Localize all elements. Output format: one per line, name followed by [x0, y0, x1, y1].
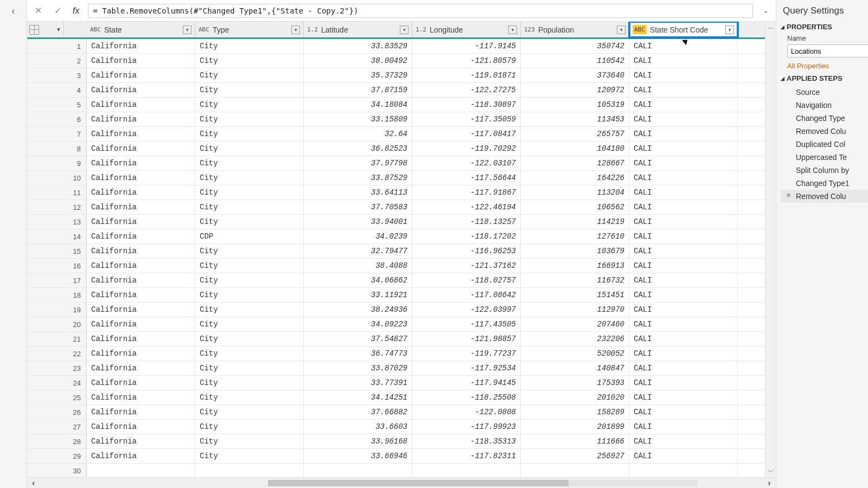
cell[interactable]: 164226 [521, 171, 629, 185]
column-header-type[interactable]: ABC Type ▾ [195, 22, 304, 37]
cell[interactable]: City [195, 112, 304, 126]
cell[interactable]: -116.96253 [412, 244, 521, 258]
table-row[interactable]: 15CaliforniaCity32.79477-116.96253103679… [27, 244, 765, 259]
cell[interactable]: California [87, 112, 195, 126]
table-row[interactable]: 7CaliforniaCity32.64-117.08417265757CALI [27, 127, 765, 142]
table-row[interactable]: 12CaliforniaCity37.70583-122.46194106562… [27, 200, 765, 215]
cell[interactable]: 33.64113 [304, 185, 412, 200]
cell[interactable]: CALI [629, 215, 738, 229]
cell[interactable]: 116732 [521, 273, 629, 287]
cell[interactable]: 110542 [521, 54, 629, 68]
cell[interactable]: CALI [629, 376, 738, 390]
cell[interactable]: California [87, 405, 195, 419]
cell[interactable]: CALI [629, 171, 738, 185]
row-number[interactable]: 1 [27, 39, 87, 53]
row-number[interactable]: 30 [27, 464, 87, 477]
row-number[interactable]: 15 [27, 244, 87, 258]
cell[interactable]: 38.24936 [304, 303, 412, 317]
applied-step[interactable]: Source [781, 86, 868, 99]
cell[interactable] [87, 464, 195, 477]
cell[interactable]: -117.82311 [412, 449, 521, 463]
cell[interactable]: California [87, 39, 195, 53]
cell[interactable]: City [195, 273, 304, 287]
cell[interactable]: CALI [629, 127, 738, 141]
cell[interactable]: CDP [195, 229, 304, 243]
cell[interactable]: 34.09223 [304, 317, 412, 331]
cell[interactable]: 127610 [521, 229, 629, 243]
cell[interactable]: CALI [629, 200, 738, 214]
cell[interactable]: -117.92534 [412, 361, 521, 375]
cell[interactable]: 38.4088 [304, 259, 412, 273]
cell[interactable]: California [87, 346, 195, 361]
cell[interactable]: California [87, 54, 195, 68]
scroll-left-icon[interactable]: ‹ [27, 478, 40, 488]
cell[interactable] [195, 464, 304, 477]
table-row[interactable]: 30 [27, 464, 765, 477]
cell[interactable]: CALI [629, 405, 738, 419]
row-number[interactable]: 16 [27, 259, 87, 273]
cell[interactable]: 37.97798 [304, 156, 412, 170]
cell[interactable]: California [87, 200, 195, 214]
cell[interactable]: City [195, 171, 304, 185]
cell[interactable]: 106562 [521, 200, 629, 214]
cell[interactable]: 36.82523 [304, 142, 412, 156]
row-number[interactable]: 5 [27, 98, 87, 112]
cell[interactable]: CALI [629, 346, 738, 361]
cell[interactable]: -117.35059 [412, 112, 521, 126]
cell[interactable]: 33.11921 [304, 288, 412, 302]
cell[interactable]: City [195, 68, 304, 82]
table-row[interactable]: 4CaliforniaCity37.87159-122.27275120972C… [27, 83, 765, 98]
table-row[interactable]: 2CaliforniaCity38.00492-121.80579110542C… [27, 54, 765, 68]
cell[interactable]: 34.14251 [304, 390, 412, 404]
cell[interactable]: CALI [629, 332, 738, 346]
cell[interactable]: 103679 [521, 244, 629, 258]
cell[interactable]: -118.25508 [412, 390, 521, 404]
cell[interactable]: City [195, 346, 304, 361]
cell[interactable]: CALI [629, 185, 738, 200]
cell[interactable]: California [87, 273, 195, 287]
cell[interactable]: 158289 [521, 405, 629, 419]
cell[interactable]: 32.64 [304, 127, 412, 141]
cell[interactable]: City [195, 259, 304, 273]
row-number[interactable]: 21 [27, 332, 87, 346]
cell[interactable]: -117.08642 [412, 288, 521, 302]
cell[interactable]: -118.30897 [412, 98, 521, 112]
cell[interactable]: CALI [629, 361, 738, 375]
cell[interactable]: California [87, 317, 195, 331]
table-row[interactable]: 6CaliforniaCity33.15809-117.35059113453C… [27, 112, 765, 127]
row-number[interactable]: 12 [27, 200, 87, 214]
formula-expand-icon[interactable]: ⌄ [760, 5, 771, 17]
cell[interactable]: 37.54827 [304, 332, 412, 346]
cell[interactable]: California [87, 185, 195, 200]
row-number[interactable]: 6 [27, 112, 87, 126]
row-number[interactable]: 22 [27, 346, 87, 361]
cell[interactable]: 112970 [521, 303, 629, 317]
applied-step[interactable]: Removed Colu [781, 125, 868, 138]
cell[interactable]: City [195, 54, 304, 68]
cell[interactable]: City [195, 303, 304, 317]
table-row[interactable]: 24CaliforniaCity33.77391-117.94145175393… [27, 376, 765, 390]
cell[interactable]: 36.74773 [304, 346, 412, 361]
cell[interactable]: City [195, 98, 304, 112]
table-row[interactable]: 21CaliforniaCity37.54827-121.98857232206… [27, 332, 765, 346]
row-number[interactable]: 19 [27, 303, 87, 317]
cell[interactable]: California [87, 83, 195, 97]
cell[interactable]: 32.79477 [304, 244, 412, 258]
scroll-right-icon[interactable]: › [763, 478, 776, 488]
cell[interactable]: 113453 [521, 112, 629, 126]
table-row[interactable]: 10CaliforniaCity33.87529-117.56644164226… [27, 171, 765, 185]
table-row[interactable]: 22CaliforniaCity36.74773-119.77237520052… [27, 346, 765, 361]
cell[interactable]: -117.94145 [412, 376, 521, 390]
row-number[interactable]: 28 [27, 434, 87, 448]
cell[interactable]: City [195, 376, 304, 390]
cell[interactable]: 33.15809 [304, 112, 412, 126]
properties-section-header[interactable]: PROPERTIES [781, 23, 868, 31]
cell[interactable]: CALI [629, 142, 738, 156]
applied-step[interactable]: Removed Colu [781, 190, 868, 203]
cell[interactable]: 256927 [521, 449, 629, 463]
cell[interactable]: -122.27275 [412, 83, 521, 97]
cell[interactable]: City [195, 83, 304, 97]
cell[interactable]: CALI [629, 449, 738, 463]
cell[interactable]: 207460 [521, 317, 629, 331]
table-row[interactable]: 27CaliforniaCity33.6603-117.99923201899C… [27, 420, 765, 434]
